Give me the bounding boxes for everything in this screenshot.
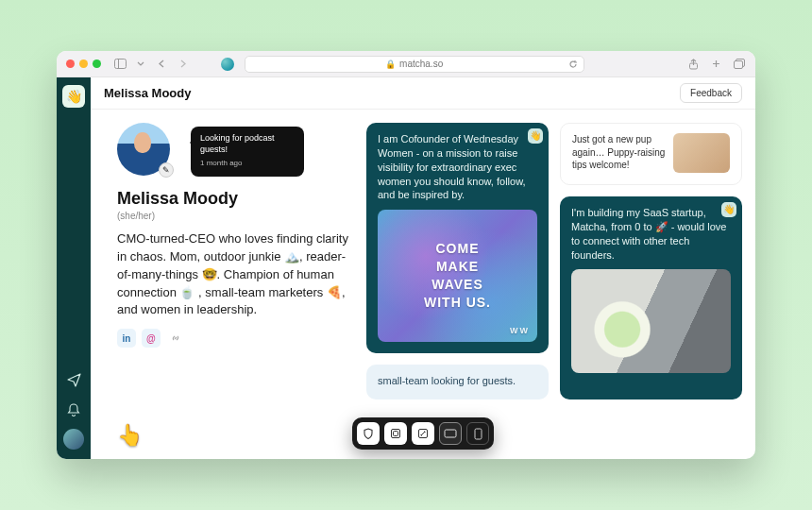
add-tab-icon[interactable]: [710, 57, 723, 72]
profile-pronouns: (she/her): [117, 211, 353, 221]
send-icon[interactable]: [64, 370, 83, 389]
view-toolbar: [352, 417, 494, 450]
status-bubble[interactable]: Looking for podcast guests! 1 month ago: [191, 127, 304, 177]
profile-name: Melissa Moody: [117, 189, 353, 209]
card-text: I am Cofounder of Wednesday Women - on a…: [378, 132, 537, 202]
status-timestamp: 1 month ago: [200, 159, 295, 168]
card-cofounder[interactable]: 👋 I am Cofounder of Wednesday Women - on…: [366, 123, 549, 353]
main-area: Melissa Moody Feedback ✎ Looking for pod…: [91, 77, 755, 459]
cards-grid: 👋 I am Cofounder of Wednesday Women - on…: [366, 123, 742, 459]
browser-chrome: 🔒 matcha.so: [57, 51, 755, 77]
card-image: COME MAKE WAVES WITH US. WW: [378, 210, 537, 342]
wave-icon: 👋: [66, 89, 82, 104]
site-favicon: [221, 58, 234, 71]
window-controls: [66, 60, 101, 68]
link-icon[interactable]: [170, 332, 181, 344]
svg-rect-5: [392, 430, 400, 438]
toolbar-shield-button[interactable]: [357, 422, 380, 445]
reload-icon[interactable]: [568, 60, 578, 69]
status-text: Looking for podcast guests!: [200, 133, 295, 155]
wave-icon[interactable]: 👋: [528, 128, 543, 144]
svg-rect-6: [394, 432, 398, 436]
page-title: Melissa Moody: [104, 86, 191, 100]
toolbar-card-wide-button[interactable]: [439, 422, 462, 445]
image-overlay-text: COME MAKE WAVES WITH US.: [424, 240, 491, 312]
svg-rect-4: [734, 61, 742, 69]
page-header: Melissa Moody Feedback: [91, 77, 755, 110]
tabs-icon[interactable]: [733, 57, 746, 72]
svg-rect-8: [445, 430, 456, 437]
forward-icon[interactable]: [175, 57, 190, 72]
bell-icon[interactable]: [64, 400, 83, 419]
instagram-icon[interactable]: @: [142, 329, 161, 348]
wave-icon[interactable]: 👋: [721, 202, 736, 217]
chrome-right-controls: [687, 57, 746, 72]
minimize-window-button[interactable]: [79, 60, 88, 68]
sidebar-toggle-icon[interactable]: [112, 57, 127, 72]
close-window-button[interactable]: [66, 60, 75, 68]
card-pup[interactable]: Just got a new pup again… Puppy-raising …: [560, 123, 742, 185]
profile-panel: ✎ Looking for podcast guests! 1 month ag…: [117, 123, 353, 459]
card-text: Just got a new pup again… Puppy-raising …: [572, 133, 666, 172]
app-root: 👋 Melissa Moody Feedback ✎: [57, 77, 755, 459]
app-logo[interactable]: 👋: [62, 85, 85, 108]
linkedin-icon[interactable]: in: [117, 329, 136, 348]
card-text: small-team looking for guests.: [378, 374, 537, 388]
card-podcast[interactable]: small-team looking for guests.: [366, 365, 549, 400]
toolbar-expand-button[interactable]: [412, 422, 434, 445]
zoom-window-button[interactable]: [93, 60, 101, 68]
profile-bio: CMO-turned-CEO who loves finding clarity…: [117, 230, 353, 319]
content-area: ✎ Looking for podcast guests! 1 month ag…: [91, 110, 755, 459]
feedback-button[interactable]: Feedback: [680, 83, 742, 103]
card-text: I'm building my SaaS startup, Matcha, fr…: [571, 206, 731, 262]
card-saas[interactable]: 👋 I'm building my SaaS startup, Matcha, …: [560, 196, 742, 400]
url-bar[interactable]: 🔒 matcha.so: [245, 56, 584, 73]
lock-icon: 🔒: [385, 60, 396, 69]
svg-rect-0: [114, 60, 126, 69]
user-avatar[interactable]: [63, 429, 84, 450]
browser-window: 🔒 matcha.so 👋: [57, 51, 755, 459]
share-icon[interactable]: [687, 57, 701, 72]
card-thumbnail: [673, 133, 730, 173]
nav-rail: 👋: [57, 77, 91, 459]
profile-socials: in @: [117, 329, 353, 348]
profile-header: ✎ Looking for podcast guests! 1 month ag…: [117, 123, 353, 183]
edit-avatar-button[interactable]: ✎: [159, 162, 174, 178]
toolbar-card-square-button[interactable]: [384, 422, 407, 445]
url-host: matcha.so: [399, 59, 443, 69]
chevron-down-icon[interactable]: [133, 57, 148, 72]
svg-rect-9: [475, 429, 482, 439]
image-badge: WW: [510, 325, 530, 336]
card-image: [571, 269, 731, 373]
back-icon[interactable]: [154, 57, 169, 72]
toolbar-phone-button[interactable]: [466, 422, 489, 445]
